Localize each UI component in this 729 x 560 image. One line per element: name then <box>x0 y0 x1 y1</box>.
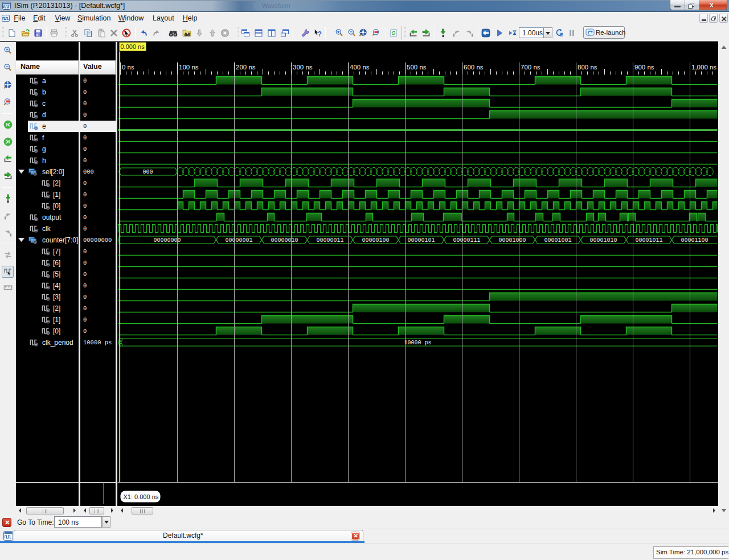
svg-text:00001000: 00001000 <box>498 237 526 244</box>
svg-text:X1: 0.000 ns: X1: 0.000 ns <box>124 493 159 500</box>
svg-text:00000001: 00000001 <box>225 237 252 244</box>
svg-text:00000011: 00000011 <box>316 237 343 244</box>
svg-text:100 ns: 100 ns <box>179 64 199 71</box>
svg-text:1,000 ns: 1,000 ns <box>691 64 716 71</box>
svg-text:600 ns: 600 ns <box>464 64 484 71</box>
svg-text:800 ns: 800 ns <box>578 64 597 71</box>
svg-text:0 ns: 0 ns <box>122 64 134 71</box>
svg-text:400 ns: 400 ns <box>350 64 370 71</box>
svg-text:00000010: 00000010 <box>271 237 298 244</box>
svg-text:300 ns: 300 ns <box>293 64 313 71</box>
svg-text:700 ns: 700 ns <box>521 64 540 71</box>
svg-text:00001100: 00001100 <box>681 237 708 244</box>
svg-text:00000100: 00000100 <box>362 237 389 244</box>
svg-text:0.000 ns: 0.000 ns <box>121 43 145 50</box>
svg-text:00000101: 00000101 <box>407 237 435 244</box>
svg-text:200 ns: 200 ns <box>236 64 256 71</box>
svg-text:00001011: 00001011 <box>635 237 662 244</box>
svg-text:900 ns: 900 ns <box>634 64 654 71</box>
svg-text:10000 ps: 10000 ps <box>404 340 431 346</box>
svg-text:00001001: 00001001 <box>544 237 571 244</box>
svg-text:000: 000 <box>142 169 153 175</box>
svg-text:00001010: 00001010 <box>589 237 617 244</box>
svg-text:00000111: 00000111 <box>453 237 480 244</box>
svg-text:500 ns: 500 ns <box>407 64 427 71</box>
svg-text:00000000: 00000000 <box>153 237 181 244</box>
svg-text:?: ? <box>318 30 322 38</box>
